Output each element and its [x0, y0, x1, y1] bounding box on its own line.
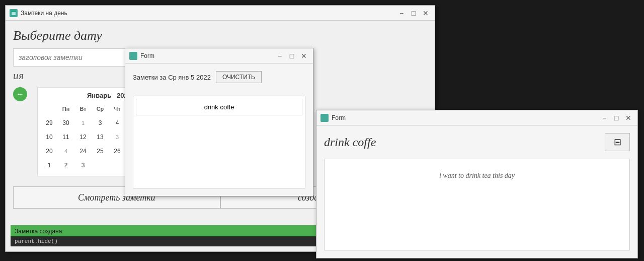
- form2-close-button[interactable]: ✕: [623, 113, 633, 122]
- form2-maximize-button[interactable]: □: [611, 113, 621, 122]
- week-1: 1: [75, 116, 91, 129]
- main-titlebar: Замтеки на день − □ ✕: [6, 6, 435, 21]
- close-button[interactable]: ✕: [421, 9, 431, 18]
- cal-day[interactable]: 26: [109, 145, 125, 158]
- note-item-text: drink coffe: [204, 103, 234, 111]
- cal-day[interactable]: 11: [58, 130, 74, 144]
- cal-day[interactable]: 20: [42, 145, 57, 158]
- minimize-button[interactable]: −: [396, 9, 407, 18]
- form2-minimize-button[interactable]: −: [599, 113, 609, 122]
- week-4: 4: [58, 145, 74, 158]
- form2-titlebar: Form − □ ✕: [316, 110, 637, 125]
- form1-window-icon: [129, 52, 137, 60]
- day-header-tue: Вт: [75, 102, 91, 115]
- cal-day[interactable]: 25: [92, 145, 108, 158]
- status-text: Заметка создана: [15, 228, 62, 235]
- cal-day[interactable]: 3: [75, 159, 91, 172]
- svg-rect-2: [12, 13, 16, 14]
- day-header-mon: Пн: [58, 102, 74, 115]
- main-window-controls: − □ ✕: [396, 9, 431, 18]
- select-date-heading: Выберите дату: [13, 28, 427, 43]
- form2-body-text: i want to drink tea this day: [439, 172, 515, 180]
- note-item[interactable]: drink coffe: [136, 99, 302, 115]
- form2-body: i want to drink tea this day: [324, 159, 630, 250]
- maximize-button[interactable]: □: [409, 9, 419, 18]
- form-window-1: Form − □ ✕ Заметки за Ср янв 5 2022 ОЧИС…: [125, 48, 313, 197]
- form2-note-title: drink coffe: [324, 136, 376, 149]
- form1-close-button[interactable]: ✕: [299, 51, 309, 60]
- edit-icon-button[interactable]: ⊟: [605, 133, 630, 151]
- cal-day[interactable]: 12: [75, 130, 91, 144]
- form-window-2: Form − □ ✕ drink coffe ⊟ i want to drink…: [316, 110, 638, 258]
- week-col-header: [42, 102, 57, 115]
- cal-day[interactable]: 30: [58, 116, 74, 129]
- form2-controls: − □ ✕: [599, 113, 633, 122]
- svg-rect-3: [12, 14, 16, 15]
- cal-day[interactable]: 24: [75, 145, 91, 158]
- cal-day[interactable]: 2: [58, 159, 74, 172]
- week-3: 3: [109, 130, 125, 144]
- svg-rect-4: [131, 53, 136, 58]
- edit-icon: ⊟: [614, 137, 621, 148]
- form1-controls: − □ ✕: [275, 51, 309, 60]
- form1-notes-header: Заметки за Ср янв 5 2022 ОЧИСТИТЬ: [133, 71, 305, 83]
- cal-day[interactable]: 13: [92, 130, 108, 144]
- cal-day[interactable]: 4: [109, 116, 125, 129]
- svg-rect-5: [322, 115, 327, 120]
- form2-header: drink coffe ⊟: [324, 133, 630, 151]
- form1-titlebar: Form − □ ✕: [125, 48, 313, 63]
- form1-title: Form: [140, 52, 154, 59]
- form2-window-icon: [320, 114, 329, 122]
- main-window-title: Замтеки на день: [21, 10, 67, 17]
- form1-notes-label: Заметки за Ср янв 5 2022: [133, 74, 211, 81]
- day-header-wed: Ср: [92, 102, 108, 115]
- cal-day[interactable]: 29: [42, 116, 57, 129]
- back-button[interactable]: ←: [13, 87, 27, 101]
- form1-minimize-button[interactable]: −: [275, 51, 285, 60]
- day-header-thu: Чт: [109, 102, 125, 115]
- cal-day[interactable]: 1: [42, 159, 57, 172]
- svg-rect-1: [12, 12, 16, 13]
- cal-day[interactable]: 10: [42, 130, 57, 144]
- form2-title: Form: [332, 114, 346, 121]
- cal-day[interactable]: 3: [92, 116, 108, 129]
- form2-titlebar-left: Form: [320, 114, 346, 122]
- form1-maximize-button[interactable]: □: [287, 51, 297, 60]
- notes-list[interactable]: drink coffe: [133, 96, 305, 188]
- titlebar-left: Замтеки на день: [10, 9, 67, 17]
- form1-content: Заметки за Ср янв 5 2022 ОЧИСТИТЬ drink …: [125, 63, 313, 196]
- form2-content: drink coffe ⊟ i want to drink tea this d…: [316, 125, 637, 258]
- clear-button[interactable]: ОЧИСТИТЬ: [216, 71, 262, 83]
- form1-titlebar-left: Form: [129, 52, 154, 60]
- code-text: parent.hide(): [15, 238, 58, 244]
- main-window-icon: [10, 9, 18, 17]
